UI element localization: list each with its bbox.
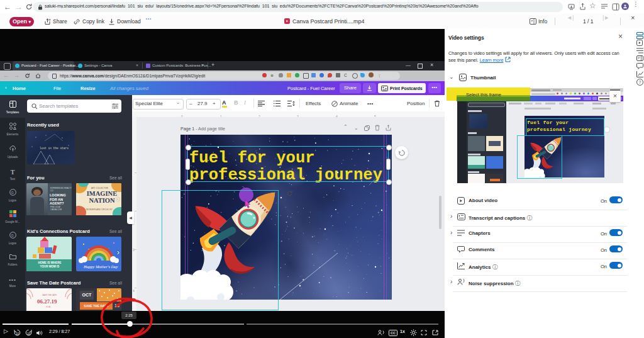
svg-text:06.27.19: 06.27.19: [37, 298, 57, 305]
svg-text:G: G: [11, 191, 13, 194]
svg-text:?: ?: [639, 80, 641, 84]
svg-text:10: 10: [27, 332, 31, 335]
svg-text:- FOR -: - FOR -: [45, 306, 52, 308]
svg-text:lost in the stars: lost in the stars: [40, 147, 69, 150]
svg-text:10: 10: [16, 332, 19, 335]
svg-text:Happy Mother's Day: Happy Mother's Day: [83, 264, 118, 269]
svg-text:G: G: [11, 234, 13, 237]
svg-text:SAVE THE DATE: SAVE THE DATE: [42, 294, 57, 296]
